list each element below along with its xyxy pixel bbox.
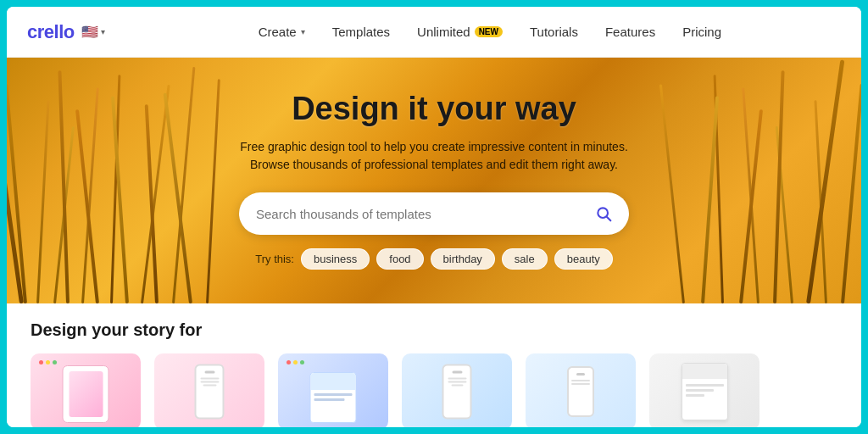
nav-label-features: Features (605, 25, 655, 39)
card-dots-2 (287, 360, 304, 364)
section-title: Design your story for (31, 320, 837, 340)
nav-item-create[interactable]: Create ▾ (247, 18, 317, 46)
svg-line-1 (607, 217, 611, 221)
navbar: crello 🇺🇸 ▾ Create ▾ Templates Unlimited… (7, 7, 861, 58)
nav-item-features[interactable]: Features (593, 18, 667, 46)
chevron-down-icon: ▾ (101, 27, 105, 36)
logo[interactable]: crello (27, 21, 75, 43)
search-button[interactable] (592, 202, 615, 225)
phone-mockup (195, 364, 225, 420)
phone-notch-2 (452, 371, 462, 374)
chevron-down-icon: ▾ (301, 27, 305, 36)
nav-label-pricing: Pricing (682, 25, 721, 39)
logo-area: crello 🇺🇸 ▾ (27, 21, 105, 43)
cards-row (31, 353, 837, 427)
hero-title: Design it your way (239, 92, 629, 127)
dot-green-2 (300, 360, 304, 364)
language-selector[interactable]: 🇺🇸 ▾ (81, 24, 105, 40)
try-label: Try this: (255, 253, 294, 265)
nav-item-unlimited[interactable]: Unlimited NEW (405, 18, 515, 46)
tag-business[interactable]: business (301, 248, 370, 270)
nav-label-templates: Templates (332, 25, 390, 39)
new-badge: NEW (475, 26, 503, 37)
dot-yellow (46, 360, 50, 364)
phone-mockup-2 (442, 364, 472, 420)
design-card-6[interactable] (649, 353, 760, 427)
design-card-4[interactable] (402, 353, 512, 427)
card-inner (310, 372, 357, 423)
search-input[interactable] (256, 207, 592, 221)
design-card-1[interactable] (31, 353, 141, 427)
dot-red-2 (287, 360, 291, 364)
nav-item-tutorials[interactable]: Tutorials (518, 18, 590, 46)
phone-notch (204, 371, 214, 374)
card-frame (682, 363, 728, 420)
hero-content: Design it your way Free graphic design t… (222, 92, 646, 270)
tag-food[interactable]: food (376, 248, 423, 270)
tag-beauty[interactable]: beauty (554, 248, 613, 270)
nav-item-pricing[interactable]: Pricing (670, 18, 733, 46)
search-bar (239, 192, 629, 235)
flag-icon: 🇺🇸 (81, 24, 98, 40)
design-card-2[interactable] (154, 353, 264, 427)
hero-subtitle: Free graphic design tool to help you cre… (239, 138, 629, 174)
phone-notch-3 (576, 373, 585, 376)
nav-item-templates[interactable]: Templates (320, 18, 402, 46)
card-mockup (63, 365, 109, 423)
nav-label-unlimited: Unlimited (417, 25, 470, 39)
lower-section: Design your story for (7, 303, 861, 427)
design-card-3[interactable] (278, 353, 388, 427)
card-dots (39, 360, 57, 364)
dot-red (39, 360, 43, 364)
tag-sale[interactable]: sale (502, 248, 548, 270)
nav-label-create: Create (259, 25, 297, 39)
tag-birthday[interactable]: birthday (431, 248, 495, 270)
phone-mockup-3 (567, 366, 594, 417)
nav-label-tutorials: Tutorials (530, 25, 578, 39)
design-card-5[interactable] (526, 353, 636, 427)
try-this-row: Try this: business food birthday sale be… (239, 248, 629, 270)
dot-green (53, 360, 57, 364)
dot-yellow-2 (293, 360, 298, 364)
hero-section: Design it your way Free graphic design t… (7, 58, 861, 303)
nav-links: Create ▾ Templates Unlimited NEW Tutoria… (139, 18, 841, 46)
